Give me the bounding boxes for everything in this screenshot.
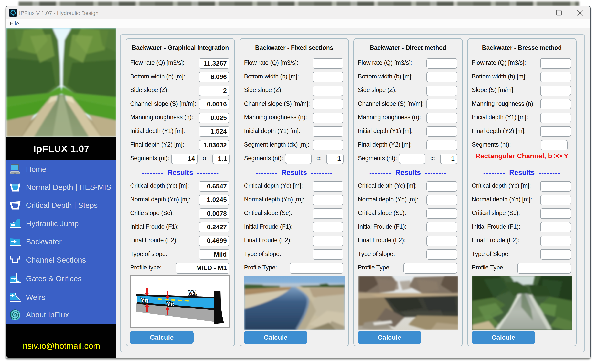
svg-text:M1: M1 xyxy=(188,289,197,297)
svg-text:Yn: Yn xyxy=(140,296,149,304)
svg-text:Yc: Yc xyxy=(166,300,174,308)
